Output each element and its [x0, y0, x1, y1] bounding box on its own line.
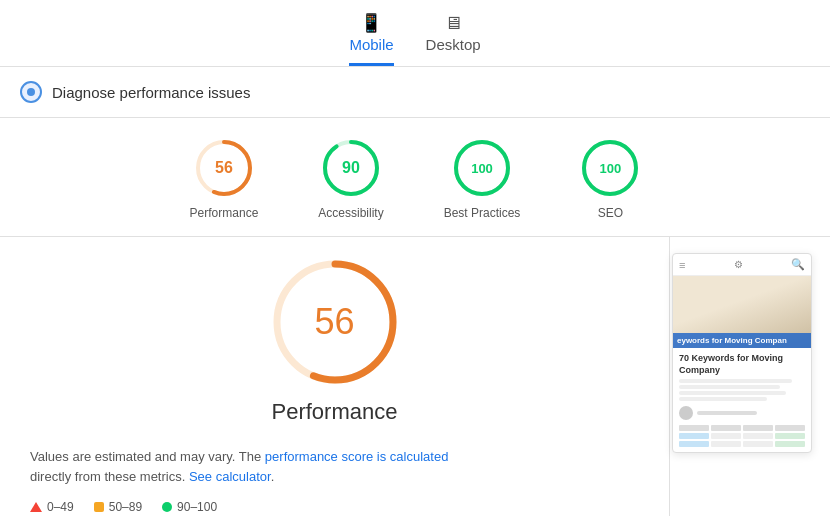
legend-medium: 50–89	[94, 500, 142, 514]
perf-desc-text2: directly from these metrics.	[30, 469, 185, 484]
text-line-1	[679, 379, 792, 383]
svg-point-1	[27, 88, 35, 96]
table-cell	[711, 441, 741, 447]
tab-mobile[interactable]: 📱 Mobile	[349, 12, 393, 66]
phone-preview: ≡ ⚙ 🔍 eywords for Moving Compan 70 Keywo…	[672, 253, 812, 453]
score-value-accessibility: 90	[342, 159, 360, 177]
phone-table	[679, 425, 805, 447]
score-value-best-practices: 100	[471, 161, 493, 176]
legend-row: 0–49 50–89 90–100	[30, 500, 217, 514]
score-value-seo: 100	[600, 161, 622, 176]
score-label-seo: SEO	[598, 206, 623, 220]
phone-bar: ≡ ⚙ 🔍	[673, 254, 811, 276]
calculator-link[interactable]: See calculator	[189, 469, 271, 484]
big-score-wrap: 56 Performance	[30, 257, 639, 435]
score-label-accessibility: Accessibility	[318, 206, 383, 220]
text-line-3	[679, 391, 786, 395]
preview-panel: ≡ ⚙ 🔍 eywords for Moving Compan 70 Keywo…	[670, 237, 830, 516]
performance-description: Values are estimated and may vary. The p…	[30, 447, 450, 486]
table-cell	[711, 433, 741, 439]
scores-row: 56 Performance 90 Accessibility 100 Best…	[0, 118, 830, 237]
tab-desktop-label: Desktop	[426, 36, 481, 53]
desktop-icon: 🖥	[444, 13, 462, 34]
mobile-icon: 📱	[360, 12, 382, 34]
diagnose-icon	[20, 81, 42, 103]
text-line-2	[679, 385, 780, 389]
phone-article-title: 70 Keywords for Moving Company	[679, 353, 805, 376]
table-cell	[679, 441, 709, 447]
tab-desktop[interactable]: 🖥 Desktop	[426, 13, 481, 66]
table-cell	[711, 425, 741, 431]
score-circle-performance: 56	[194, 138, 254, 198]
phone-content: 70 Keywords for Moving Company	[673, 348, 811, 452]
score-label-best-practices: Best Practices	[444, 206, 521, 220]
fail-icon	[30, 502, 42, 512]
phone-meta	[679, 406, 805, 420]
table-cell	[775, 433, 805, 439]
score-circle-best-practices: 100	[452, 138, 512, 198]
score-circle-accessibility: 90	[321, 138, 381, 198]
medium-icon	[94, 502, 104, 512]
main-content: 56 Performance Values are estimated and …	[0, 237, 830, 516]
phone-meta-text	[697, 411, 757, 415]
diagnose-row: Diagnose performance issues	[0, 67, 830, 118]
legend-medium-label: 50–89	[109, 500, 142, 514]
perf-desc-text1: Values are estimated and may vary. The	[30, 449, 261, 464]
legend-fail-label: 0–49	[47, 500, 74, 514]
table-cell	[679, 433, 709, 439]
score-label-performance: Performance	[190, 206, 259, 220]
big-score-title: Performance	[272, 399, 398, 425]
overlay-text: eywords for Moving Compan	[673, 333, 811, 348]
menu-icon: ≡	[679, 259, 685, 271]
top-navigation: 📱 Mobile 🖥 Desktop	[0, 0, 830, 67]
search-icon: 🔍	[791, 258, 805, 271]
score-performance[interactable]: 56 Performance	[190, 138, 259, 220]
table-cell	[743, 441, 773, 447]
table-cell	[775, 425, 805, 431]
perf-score-link[interactable]: performance score is calculated	[265, 449, 449, 464]
big-score-value: 56	[314, 301, 354, 343]
legend-fail: 0–49	[30, 500, 74, 514]
legend-pass-label: 90–100	[177, 500, 217, 514]
legend-pass: 90–100	[162, 500, 217, 514]
performance-panel: 56 Performance Values are estimated and …	[0, 237, 669, 516]
pass-icon	[162, 502, 172, 512]
diagnose-title: Diagnose performance issues	[52, 84, 250, 101]
score-circle-seo: 100	[580, 138, 640, 198]
score-best-practices[interactable]: 100 Best Practices	[444, 138, 521, 220]
score-value-performance: 56	[215, 159, 233, 177]
phone-text-lines	[679, 379, 805, 401]
phone-avatar	[679, 406, 693, 420]
score-seo[interactable]: 100 SEO	[580, 138, 640, 220]
tab-mobile-label: Mobile	[349, 36, 393, 53]
score-accessibility[interactable]: 90 Accessibility	[318, 138, 383, 220]
big-score-circle: 56	[270, 257, 400, 387]
table-cell	[775, 441, 805, 447]
phone-hero-image: eywords for Moving Compan	[673, 276, 811, 348]
text-line-4	[679, 397, 767, 401]
table-cell	[743, 425, 773, 431]
phone-logo: ⚙	[734, 259, 743, 270]
table-cell	[743, 433, 773, 439]
table-cell	[679, 425, 709, 431]
